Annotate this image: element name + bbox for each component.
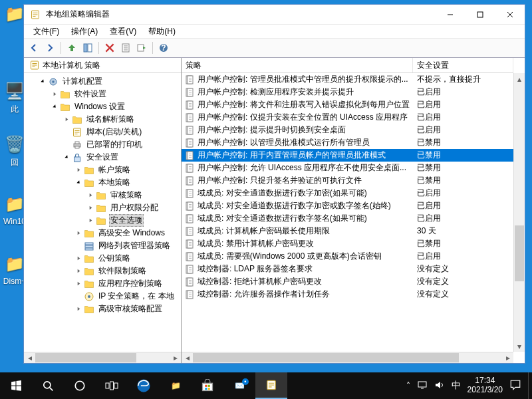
- policy-row[interactable]: 域控制器: 拒绝计算机帐户密码更改没有定义: [182, 275, 513, 288]
- policy-row[interactable]: 域成员: 需要强(Windows 2000 或更高版本)会话密钥已启用: [182, 250, 513, 263]
- policy-row[interactable]: 域成员: 对安全通道数据进行数字加密或数字签名(始终)已启用: [182, 200, 513, 212]
- expand-icon[interactable]: [51, 90, 59, 98]
- tb-up-button[interactable]: [65, 41, 79, 55]
- policy-row[interactable]: 用户帐户控制: 检测应用程序安装并提示提升已启用: [182, 86, 513, 98]
- expand-icon[interactable]: [74, 166, 83, 174]
- policy-row[interactable]: 用户帐户控制: 允许 UIAccess 应用程序在不使用安全桌面...已禁用: [182, 162, 513, 174]
- collapse-icon[interactable]: [63, 153, 71, 162]
- tree-item[interactable]: 计算机配置: [25, 75, 181, 88]
- tree-root[interactable]: 本地计算机 策略: [24, 58, 181, 73]
- tree-item[interactable]: IP 安全策略，在 本地: [25, 290, 181, 303]
- tree-item[interactable]: 安全选项: [25, 214, 181, 227]
- maximize-button[interactable]: [465, 5, 495, 25]
- scroll-left-icon[interactable]: ◂: [182, 352, 193, 363]
- clock[interactable]: 17:34 2021/3/20: [467, 376, 503, 395]
- collapse-icon[interactable]: [39, 77, 47, 86]
- menu-help[interactable]: 帮助(H): [143, 25, 181, 39]
- cortana-button[interactable]: [64, 372, 96, 399]
- scroll-right-icon[interactable]: ▸: [170, 352, 181, 363]
- explorer-button[interactable]: 📁: [160, 372, 192, 399]
- tb-delete-button[interactable]: [102, 41, 117, 55]
- tree-item[interactable]: 用户权限分配: [25, 201, 181, 214]
- expand-icon[interactable]: [74, 267, 83, 275]
- policy-row[interactable]: 域成员: 对安全通道数据进行数字加密(如果可能)已启用: [182, 187, 513, 200]
- ime-indicator[interactable]: 中: [452, 380, 461, 392]
- policy-row[interactable]: 用户帐户控制: 以管理员批准模式运行所有管理员已禁用: [182, 136, 513, 149]
- expand-icon[interactable]: [74, 279, 83, 288]
- tree-item[interactable]: 网络列表管理器策略: [25, 239, 181, 252]
- start-button[interactable]: [0, 372, 32, 399]
- menu-file[interactable]: 文件(F): [28, 25, 65, 39]
- tb-export-button[interactable]: [134, 41, 149, 55]
- collapse-icon[interactable]: [51, 102, 59, 111]
- tree-item[interactable]: 高级安全 Windows: [25, 227, 181, 239]
- taskview-button[interactable]: [96, 372, 128, 399]
- expand-icon[interactable]: [63, 115, 71, 124]
- tree-item[interactable]: 软件设置: [25, 88, 181, 100]
- show-desktop-button[interactable]: [528, 372, 532, 399]
- tree-item[interactable]: 帐户策略: [25, 164, 181, 176]
- tree-item[interactable]: 域名解析策略: [25, 113, 181, 126]
- list-h-scrollbar[interactable]: ◂ ▸: [182, 352, 513, 363]
- tb-help-button[interactable]: ?: [156, 41, 171, 55]
- col-policy[interactable]: 策略: [182, 58, 413, 72]
- tb-back-button[interactable]: [27, 41, 41, 55]
- gpedit-taskbar-button[interactable]: [255, 372, 287, 399]
- tree-item[interactable]: 已部署的打印机: [25, 138, 181, 151]
- tb-forward-button[interactable]: [43, 41, 57, 55]
- policy-row[interactable]: 用户帐户控制: 只提升签名并验证的可执行文件已禁用: [182, 174, 513, 187]
- tree-item[interactable]: 应用程序控制策略: [25, 277, 181, 290]
- policy-row[interactable]: 域控制器: 允许服务器操作者计划任务没有定义: [182, 288, 513, 301]
- col-setting[interactable]: 安全设置: [413, 58, 513, 72]
- tree-item[interactable]: 安全设置: [25, 151, 181, 164]
- mail-button[interactable]: ✉️•: [223, 372, 255, 399]
- tree-h-scrollbar[interactable]: ◂ ▸: [24, 352, 181, 363]
- expand-icon[interactable]: [86, 203, 95, 212]
- search-button[interactable]: [32, 372, 64, 399]
- system-tray[interactable]: ˄ 中 17:34 2021/3/20: [400, 372, 528, 399]
- expand-icon[interactable]: [86, 216, 95, 225]
- scroll-down-icon[interactable]: ▾: [514, 340, 525, 352]
- tree-item[interactable]: 本地策略: [25, 176, 181, 189]
- policy-row[interactable]: 用户帐户控制: 将文件和注册表写入错误虚拟化到每用户位置已启用: [182, 98, 513, 111]
- expand-icon[interactable]: [74, 229, 83, 237]
- tree-item[interactable]: 脚本(启动/关机): [25, 126, 181, 138]
- minimize-button[interactable]: [435, 5, 465, 25]
- tray-chevron-icon[interactable]: ˄: [406, 381, 410, 390]
- policy-row[interactable]: 用户帐户控制: 仅提升安装在安全位置的 UIAccess 应用程序已启用: [182, 111, 513, 124]
- taskbar[interactable]: 📁 ✉️• ˄ 中 17:34 2021/3/20: [0, 372, 532, 399]
- tree[interactable]: 计算机配置软件设置Windows 设置域名解析策略脚本(启动/关机)已部署的打印…: [24, 73, 181, 352]
- policy-row[interactable]: 用户帐户控制: 提示提升时切换到安全桌面已启用: [182, 124, 513, 136]
- network-icon[interactable]: [417, 380, 428, 392]
- policy-row[interactable]: 域成员: 禁用计算机帐户密码更改已禁用: [182, 237, 513, 250]
- tree-item[interactable]: 软件限制策略: [25, 265, 181, 277]
- scroll-left-icon[interactable]: ◂: [24, 352, 35, 363]
- collapse-icon[interactable]: [74, 178, 83, 187]
- scroll-right-icon[interactable]: ▸: [502, 352, 513, 363]
- policy-row[interactable]: 域成员: 对安全通道数据进行数字签名(如果可能)已启用: [182, 212, 513, 225]
- scroll-up-icon[interactable]: ▴: [514, 73, 525, 84]
- policy-list[interactable]: 用户帐户控制: 管理员批准模式中管理员的提升权限提示的...不提示，直接提升用户…: [182, 73, 513, 352]
- expand-icon[interactable]: [74, 305, 83, 313]
- policy-row[interactable]: 域成员: 计算机帐户密码最长使用期限30 天: [182, 225, 513, 237]
- titlebar[interactable]: 本地组策略编辑器: [24, 5, 525, 25]
- policy-row[interactable]: 用户帐户控制: 管理员批准模式中管理员的提升权限提示的...不提示，直接提升: [182, 73, 513, 86]
- volume-icon[interactable]: [434, 380, 445, 392]
- menu-action[interactable]: 操作(A): [66, 25, 103, 39]
- tree-item[interactable]: 审核策略: [25, 189, 181, 201]
- tb-show-hide-tree-button[interactable]: [80, 41, 95, 55]
- policy-row[interactable]: 域控制器: LDAP 服务器签名要求没有定义: [182, 263, 513, 275]
- policy-row[interactable]: 用户帐户控制: 用于内置管理员帐户的管理员批准模式已禁用: [182, 149, 513, 162]
- menu-view[interactable]: 查看(V): [104, 25, 142, 39]
- expand-icon[interactable]: [74, 254, 83, 263]
- expand-icon[interactable]: [86, 191, 95, 200]
- tree-item[interactable]: Windows 设置: [25, 100, 181, 113]
- edge-button[interactable]: [128, 372, 160, 399]
- tree-item[interactable]: 高级审核策略配置: [25, 303, 181, 315]
- action-center-icon[interactable]: [509, 379, 521, 393]
- tb-properties-button[interactable]: [118, 41, 133, 55]
- store-button[interactable]: [192, 372, 223, 399]
- list-v-scrollbar[interactable]: ▴ ▾: [513, 73, 525, 352]
- close-button[interactable]: [495, 5, 525, 25]
- tree-item[interactable]: 公钥策略: [25, 252, 181, 265]
